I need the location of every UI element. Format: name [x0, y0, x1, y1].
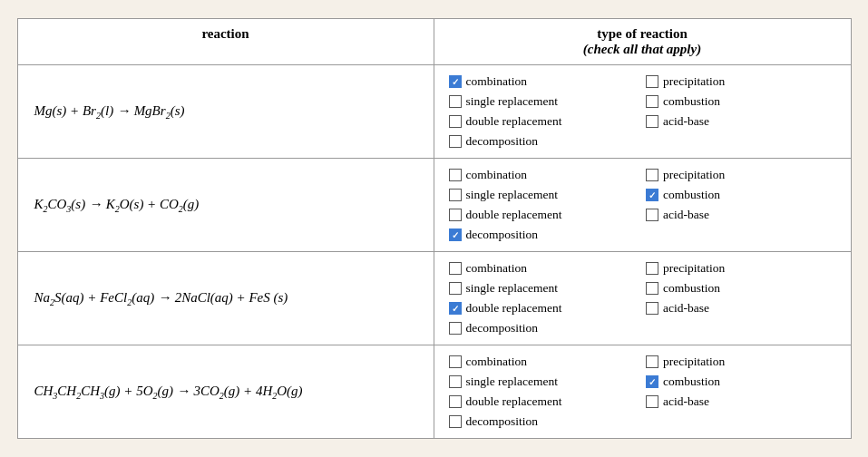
label-double-replacement-4: double replacement — [466, 394, 562, 409]
table-row: CH3CH2CH3(g) + 5O2(g) → 3CO2(g) + 4H2O(g… — [18, 345, 851, 438]
type-header-label: type of reaction — [445, 26, 840, 42]
option-combination-4[interactable]: combination — [445, 353, 643, 371]
checkbox-decomposition-3[interactable] — [449, 322, 462, 335]
option-precipitation-2[interactable]: precipitation — [642, 166, 840, 184]
reaction-header-label: reaction — [201, 26, 249, 41]
checkbox-acid-base-2[interactable] — [646, 209, 658, 221]
checkbox-double-replacement-3[interactable] — [449, 302, 462, 315]
label-decomposition-2: decomposition — [466, 228, 539, 242]
checkbox-decomposition-1[interactable] — [449, 135, 462, 148]
checkbox-combination-1[interactable] — [449, 75, 462, 88]
label-acid-base-3: acid-base — [663, 301, 709, 316]
checkbox-combination-3[interactable] — [449, 262, 462, 275]
checkbox-combination-4[interactable] — [449, 355, 462, 368]
type-header: type of reaction (check all that apply) — [434, 19, 851, 64]
checkbox-single-replacement-3[interactable] — [449, 282, 462, 295]
label-combustion-1: combustion — [663, 94, 720, 109]
reaction-formula-2: K2CO3(s) → K2O(s) + CO2(g) — [34, 197, 200, 214]
checkbox-decomposition-2[interactable] — [449, 228, 462, 241]
option-double-replacement-4[interactable]: double replacement — [445, 393, 643, 411]
option-decomposition-1[interactable]: decomposition — [445, 132, 643, 151]
option-combustion-4[interactable]: combustion — [642, 373, 840, 391]
checkbox-combustion-2[interactable] — [646, 189, 658, 201]
checkbox-single-replacement-1[interactable] — [449, 95, 462, 108]
label-single-replacement-4: single replacement — [466, 374, 559, 389]
option-single-replacement-3[interactable]: single replacement — [445, 279, 643, 297]
options-cell-3: combination precipitation single replace… — [434, 252, 851, 345]
option-double-replacement-2[interactable]: double replacement — [445, 206, 643, 224]
option-combustion-3[interactable]: combustion — [642, 279, 840, 297]
table-row: Mg(s) + Br2(l) → MgBr2(s) combination pr… — [18, 65, 851, 159]
option-double-replacement-3[interactable]: double replacement — [445, 299, 643, 317]
checkbox-double-replacement-1[interactable] — [449, 115, 462, 128]
checkbox-double-replacement-2[interactable] — [449, 209, 462, 221]
option-combustion-1[interactable]: combustion — [642, 92, 840, 111]
label-double-replacement-3: double replacement — [466, 301, 562, 316]
checkbox-precipitation-1[interactable] — [646, 75, 658, 88]
option-decomposition-4[interactable]: decomposition — [445, 413, 643, 431]
option-acid-base-4[interactable]: acid-base — [642, 393, 840, 411]
label-decomposition-1: decomposition — [466, 134, 539, 149]
label-combustion-3: combustion — [663, 281, 720, 296]
checkbox-single-replacement-4[interactable] — [449, 375, 462, 388]
label-acid-base-1: acid-base — [663, 114, 709, 129]
label-combination-3: combination — [466, 261, 528, 276]
label-double-replacement-2: double replacement — [466, 208, 562, 222]
label-decomposition-3: decomposition — [466, 321, 539, 335]
checkbox-combustion-3[interactable] — [646, 282, 658, 295]
checkbox-combination-2[interactable] — [449, 169, 462, 181]
option-acid-base-3[interactable]: acid-base — [642, 299, 840, 317]
reaction-formula-3: Na2S(aq) + FeCl2(aq) → 2NaCl(aq) + FeS (… — [34, 290, 288, 307]
options-cell-4: combination precipitation single replace… — [434, 345, 851, 438]
option-decomposition-2[interactable]: decomposition — [445, 226, 643, 244]
option-double-replacement-1[interactable]: double replacement — [445, 112, 643, 131]
option-precipitation-1[interactable]: precipitation — [642, 73, 840, 91]
label-single-replacement-2: single replacement — [466, 188, 559, 202]
checkbox-acid-base-3[interactable] — [646, 302, 658, 315]
checkbox-double-replacement-4[interactable] — [449, 395, 462, 408]
label-precipitation-3: precipitation — [663, 261, 725, 276]
label-combination-4: combination — [466, 355, 528, 369]
main-table: reaction type of reaction (check all tha… — [17, 18, 852, 439]
checkbox-precipitation-3[interactable] — [646, 262, 658, 275]
label-combination-2: combination — [466, 168, 528, 182]
reaction-formula-4: CH3CH2CH3(g) + 5O2(g) → 3CO2(g) + 4H2O(g… — [34, 384, 303, 401]
label-acid-base-4: acid-base — [663, 394, 709, 409]
label-precipitation-1: precipitation — [663, 74, 725, 89]
reaction-cell-1: Mg(s) + Br2(l) → MgBr2(s) — [18, 65, 434, 158]
checkbox-single-replacement-2[interactable] — [449, 189, 462, 201]
label-single-replacement-3: single replacement — [466, 281, 559, 296]
option-single-replacement-2[interactable]: single replacement — [445, 186, 643, 204]
checkbox-combustion-1[interactable] — [646, 95, 658, 108]
option-single-replacement-1[interactable]: single replacement — [445, 92, 643, 111]
option-precipitation-4[interactable]: precipitation — [642, 353, 840, 371]
option-decomposition-3[interactable]: decomposition — [445, 319, 643, 337]
label-precipitation-2: precipitation — [663, 168, 725, 182]
checkbox-precipitation-4[interactable] — [646, 355, 658, 368]
label-precipitation-4: precipitation — [663, 355, 725, 369]
options-cell-2: combination precipitation single replace… — [434, 159, 851, 251]
reaction-cell-4: CH3CH2CH3(g) + 5O2(g) → 3CO2(g) + 4H2O(g… — [18, 345, 434, 438]
options-cell-1: combination precipitation single replace… — [434, 65, 851, 158]
option-combination-2[interactable]: combination — [445, 166, 643, 184]
checkbox-precipitation-2[interactable] — [646, 169, 658, 181]
reaction-formula-1: Mg(s) + Br2(l) → MgBr2(s) — [34, 103, 185, 121]
checkbox-acid-base-1[interactable] — [646, 115, 658, 128]
option-combustion-2[interactable]: combustion — [642, 186, 840, 204]
label-double-replacement-1: double replacement — [466, 114, 562, 129]
option-single-replacement-4[interactable]: single replacement — [445, 373, 643, 391]
table-row: K2CO3(s) → K2O(s) + CO2(g) combination p… — [18, 159, 851, 252]
checkbox-decomposition-4[interactable] — [449, 415, 462, 428]
label-single-replacement-1: single replacement — [466, 94, 559, 109]
label-acid-base-2: acid-base — [663, 208, 709, 222]
reaction-header: reaction — [18, 19, 434, 64]
option-combination-1[interactable]: combination — [445, 73, 643, 91]
checkbox-combustion-4[interactable] — [646, 375, 658, 388]
option-acid-base-2[interactable]: acid-base — [642, 206, 840, 224]
table-row: Na2S(aq) + FeCl2(aq) → 2NaCl(aq) + FeS (… — [18, 252, 851, 345]
option-combination-3[interactable]: combination — [445, 259, 643, 277]
reaction-cell-3: Na2S(aq) + FeCl2(aq) → 2NaCl(aq) + FeS (… — [18, 252, 434, 345]
option-acid-base-1[interactable]: acid-base — [642, 112, 840, 131]
checkbox-acid-base-4[interactable] — [646, 395, 658, 408]
option-precipitation-3[interactable]: precipitation — [642, 259, 840, 277]
